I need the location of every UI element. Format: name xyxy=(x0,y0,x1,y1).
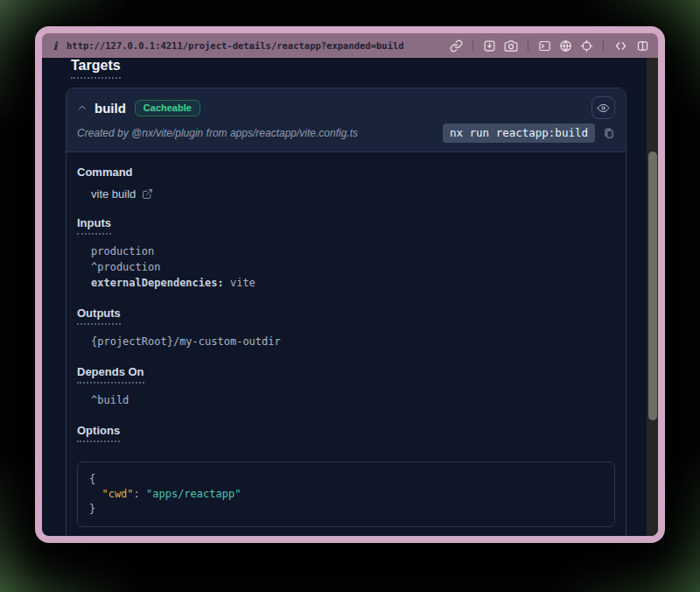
options-heading: Options xyxy=(77,424,120,442)
toolbar-divider xyxy=(472,40,473,52)
chevron-up-icon[interactable] xyxy=(77,102,88,113)
external-link-icon[interactable] xyxy=(142,188,153,200)
json-value: "apps/reactapp" xyxy=(146,488,241,500)
created-by-text: Created by @nx/vite/plugin from apps/rea… xyxy=(77,127,358,139)
browser-window: i http://127.0.0.1:4211/project-details/… xyxy=(35,26,665,543)
address-bar-url[interactable]: http://127.0.0.1:4211/project-details/re… xyxy=(66,40,443,51)
crosshair-icon[interactable] xyxy=(580,39,593,53)
project-details-page: Targets build Cacheable Created by @nx/v… xyxy=(42,58,658,536)
json-line: { xyxy=(89,472,603,487)
link-icon[interactable] xyxy=(450,39,463,53)
view-in-graph-button[interactable] xyxy=(592,96,615,119)
command-heading: Command xyxy=(77,166,133,179)
input-item: ^production xyxy=(91,259,615,275)
command-value: vite build xyxy=(91,187,136,201)
scrollbar-thumb[interactable] xyxy=(648,152,657,420)
code-brackets-icon[interactable] xyxy=(613,39,628,53)
depends-on-heading: Depends On xyxy=(77,365,144,384)
options-json-block: { "cwd": "apps/reactapp" } xyxy=(77,462,615,527)
json-key: "cwd" xyxy=(102,488,133,500)
copy-icon[interactable] xyxy=(603,127,615,140)
camera-icon[interactable] xyxy=(504,39,518,53)
browser-toolbar: i http://127.0.0.1:4211/project-details/… xyxy=(42,33,658,58)
run-command-chip[interactable]: nx run reactapp:build xyxy=(443,123,595,143)
screenshot-download-icon[interactable] xyxy=(483,39,496,53)
info-icon: i xyxy=(51,39,60,53)
cacheable-badge: Cacheable xyxy=(135,100,200,116)
targets-heading: Targets xyxy=(71,58,121,79)
terminal-icon[interactable] xyxy=(538,39,551,53)
input-item: externalDependencies: vite xyxy=(91,275,615,291)
globe-icon[interactable] xyxy=(559,39,572,53)
inputs-heading: Inputs xyxy=(77,216,111,235)
build-target-card: build Cacheable Created by @nx/vite/plug… xyxy=(66,88,626,536)
output-item: {projectRoot}/my-custom-outdir xyxy=(91,334,615,349)
input-item: production xyxy=(91,243,615,259)
json-separator: : xyxy=(134,488,146,500)
build-target-body: Command vite build Inputs production ^pr… xyxy=(66,152,626,536)
input-kv-key: externalDependencies: xyxy=(91,277,224,289)
build-target-header: build Cacheable Created by @nx/vite/plug… xyxy=(66,88,626,152)
json-line: "cwd": "apps/reactapp" xyxy=(89,487,603,502)
outputs-heading: Outputs xyxy=(77,307,121,325)
build-target-title: build xyxy=(94,101,126,116)
json-line: } xyxy=(89,502,603,517)
input-kv-value: vite xyxy=(224,277,256,289)
toolbar-divider xyxy=(603,40,604,52)
toolbar-icon-group xyxy=(450,39,649,53)
split-view-icon[interactable] xyxy=(636,39,649,53)
depends-on-item: ^build xyxy=(91,392,615,408)
toolbar-divider xyxy=(528,40,528,52)
